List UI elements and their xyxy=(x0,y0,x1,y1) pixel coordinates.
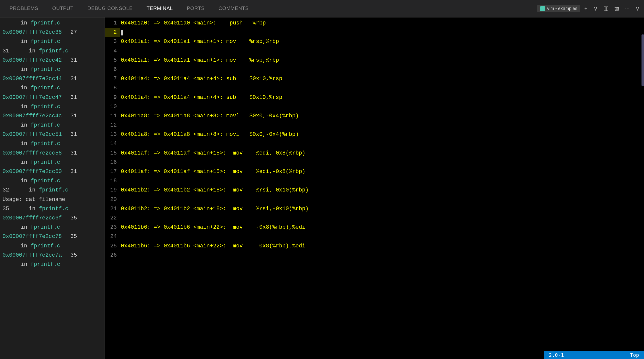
list-item: in fprintf.c xyxy=(0,242,104,251)
svg-rect-0 xyxy=(604,7,606,11)
list-item: in fprintf.c xyxy=(0,139,104,148)
cursor xyxy=(121,30,123,36)
table-row: 24 xyxy=(105,232,644,241)
list-item: in fprintf.c xyxy=(0,84,104,92)
table-row: 22 xyxy=(105,214,644,223)
list-item: 0x00007ffff7e2cc6f 35 xyxy=(0,214,104,223)
left-panel[interactable]: in fprintf.c 0x00007ffff7e2cc38 27 in fp… xyxy=(0,18,105,359)
table-row: 25 0x4011b6: => 0x4011b6 <main+22>: mov … xyxy=(105,242,644,251)
table-row: 14 xyxy=(105,139,644,148)
terminal-dropdown-button[interactable]: ∨ xyxy=(592,4,600,13)
scroll-position: Top xyxy=(630,352,639,358)
list-item: 0x00007ffff7e2cc7a 35 xyxy=(0,251,104,260)
terminal-icon xyxy=(540,6,545,11)
list-item: 0x00007ffff7e2cc4c 31 xyxy=(0,111,104,120)
list-item: 0x00007ffff7e2cc42 31 xyxy=(0,56,104,65)
list-item: in fprintf.c xyxy=(0,37,104,46)
table-row: 19 0x4011b2: => 0x4011b2 <main+18>: mov … xyxy=(105,186,644,195)
list-item: in fprintf.c xyxy=(0,223,104,232)
list-item: 0x00007ffff7e2cc44 31 xyxy=(0,74,104,84)
cursor-position: 2,0-1 xyxy=(549,352,564,358)
list-item: 0x00007ffff7e2cc38 27 xyxy=(0,28,104,37)
panel-chevron-button[interactable]: ∨ xyxy=(634,4,642,13)
list-item: in fprintf.c xyxy=(0,158,104,167)
main-content: in fprintf.c 0x00007ffff7e2cc38 27 in fp… xyxy=(0,18,644,359)
table-row: 21 0x4011b2: => 0x4011b2 <main+18>: mov … xyxy=(105,204,644,214)
list-item: in fprintf.c xyxy=(0,120,104,130)
tab-debug-console[interactable]: DEBUG CONSOLE xyxy=(80,0,140,17)
tab-comments[interactable]: COMMENTS xyxy=(212,0,256,17)
tab-bar: PROBLEMS OUTPUT DEBUG CONSOLE TERMINAL P… xyxy=(0,0,644,18)
list-item: 0x00007ffff7e2cc60 31 xyxy=(0,167,104,176)
svg-rect-1 xyxy=(606,7,608,11)
list-item: 0x00007ffff7e2cc51 31 xyxy=(0,130,104,139)
terminal-instance-label: vim - examples xyxy=(547,6,577,11)
table-row: 1 0x4011a0: => 0x4011a0 <main>: push %rb… xyxy=(105,18,644,28)
more-actions-button[interactable]: ··· xyxy=(623,4,632,13)
tab-terminal[interactable]: TERMINAL xyxy=(140,0,180,17)
table-row: 9 0x4011a4: => 0x4011a4 <main+4>: sub $0… xyxy=(105,93,644,102)
list-item: in fprintf.c xyxy=(0,65,104,74)
table-row: 4 xyxy=(105,46,644,56)
list-item: 32 in fprintf.c xyxy=(0,186,104,195)
terminal-instance[interactable]: vim - examples xyxy=(537,5,580,12)
list-item: 0x00007ffff7e2cc47 31 xyxy=(0,93,104,102)
table-row: 18 xyxy=(105,176,644,186)
table-row: 3 0x4011a1: => 0x4011a1 <main+1>: mov %r… xyxy=(105,37,644,46)
table-row: 8 xyxy=(105,84,644,92)
list-item: in fprintf.c xyxy=(0,18,104,28)
table-row: 7 0x4011a4: => 0x4011a4 <main+4>: sub $0… xyxy=(105,74,644,84)
table-row: 15 0x4011af: => 0x4011af <main+15>: mov … xyxy=(105,148,644,158)
tab-ports[interactable]: PORTS xyxy=(180,0,212,17)
list-item: in fprintf.c xyxy=(0,176,104,186)
table-row: 16 xyxy=(105,158,644,167)
table-row: 12 xyxy=(105,120,644,130)
list-item: in fprintf.c xyxy=(0,102,104,111)
list-item: 35 in fprintf.c xyxy=(0,204,104,214)
table-row: 26 xyxy=(105,251,644,260)
table-row: 6 xyxy=(105,65,644,74)
list-item: Usage: cat filename xyxy=(0,195,104,204)
list-item: 0x00007ffff7e2cc78 35 xyxy=(0,232,104,241)
table-row: 20 xyxy=(105,195,644,204)
new-terminal-button[interactable]: + xyxy=(582,4,590,13)
list-item: in fprintf.c xyxy=(0,260,104,269)
table-row: 10 xyxy=(105,102,644,111)
vim-status-bar: 2,0-1 Top xyxy=(544,351,644,359)
table-row: 11 0x4011a8: => 0x4011a8 <main+8>: movl … xyxy=(105,111,644,120)
delete-terminal-button[interactable] xyxy=(612,5,621,12)
table-row: 23 0x4011b6: => 0x4011b6 <main+22>: mov … xyxy=(105,223,644,232)
split-terminal-button[interactable] xyxy=(602,5,610,12)
list-item: 31 in fprintf.c xyxy=(0,46,104,56)
right-panel[interactable]: 1 0x4011a0: => 0x4011a0 <main>: push %rb… xyxy=(105,18,644,359)
tab-output[interactable]: OUTPUT xyxy=(45,0,80,17)
scrollbar-thumb[interactable] xyxy=(642,34,644,86)
table-row: 17 0x4011af: => 0x4011af <main+15>: mov … xyxy=(105,167,644,176)
table-row: 13 0x4011a8: => 0x4011a8 <main+8>: movl … xyxy=(105,130,644,139)
list-item: 0x00007ffff7e2cc58 31 xyxy=(0,148,104,158)
tab-bar-actions: vim - examples + ∨ ··· ∨ xyxy=(537,4,642,13)
tab-problems[interactable]: PROBLEMS xyxy=(2,0,45,17)
table-row: 5 0x4011a1: => 0x4011a1 <main+1>: mov %r… xyxy=(105,56,644,65)
table-row: 2 xyxy=(105,28,644,37)
